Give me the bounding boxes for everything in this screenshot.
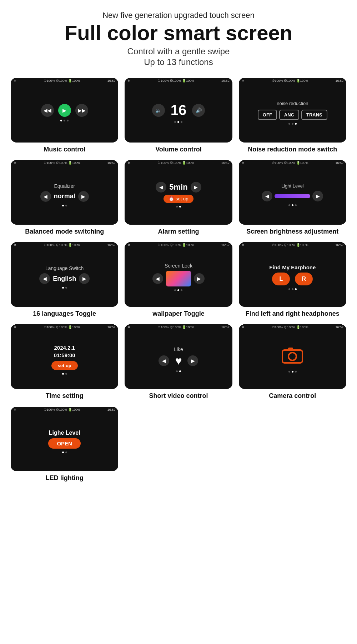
- status-info: ⏱100% ⚙100% 🔋100%: [157, 325, 194, 329]
- status-bar: ❄ ⏱100% ⚙100% 🔋100% 16:52: [11, 78, 118, 83]
- volume-row: 🔈 16 🔊: [152, 102, 205, 118]
- status-time: 16:52: [107, 161, 116, 165]
- status-info: ⏱100% ⚙100% 🔋100%: [157, 79, 194, 83]
- cell-screen-brightness: ❄ ⏱100% ⚙100% 🔋100% 16:52 Light Level ◀ …: [239, 160, 346, 236]
- status-bluetooth-icon: ❄: [14, 79, 16, 83]
- status-bar: ❄ ⏱100% ⚙100% 🔋100% 16:52: [125, 78, 232, 83]
- status-bluetooth-icon: ❄: [14, 243, 16, 247]
- dot-1: [62, 373, 64, 375]
- find-right-button[interactable]: R: [295, 273, 313, 285]
- cell-alarm-setting: ❄ ⏱100% ⚙100% 🔋100% 16:52 ◀ 5min ▶ ⏰ set…: [125, 160, 232, 236]
- cell-volume-control: ❄ ⏱100% ⚙100% 🔋100% 16:52 🔈 16 🔊: [125, 78, 232, 154]
- volume-up-button[interactable]: 🔊: [192, 104, 205, 117]
- alarm-prev-button[interactable]: ◀: [156, 182, 166, 193]
- eq-prev-button[interactable]: ◀: [40, 191, 51, 202]
- eq-next-button[interactable]: ▶: [78, 191, 89, 202]
- brightness-down-button[interactable]: ◀: [262, 191, 272, 201]
- status-info: ⏱100% ⚙100% 🔋100%: [272, 161, 308, 165]
- status-time: 16:52: [221, 243, 230, 247]
- dot-3: [295, 371, 297, 373]
- wallpaper-next-button[interactable]: ▶: [194, 273, 205, 284]
- page-dots: [288, 288, 297, 290]
- status-time: 16:52: [107, 243, 116, 247]
- find-earphone-buttons: L R: [272, 273, 313, 285]
- alarm-row: ◀ 5min ▶: [156, 182, 201, 193]
- dot-1: [62, 205, 64, 206]
- volume-down-button[interactable]: 🔈: [152, 104, 165, 117]
- cell-language-toggle: ❄ ⏱100% ⚙100% 🔋100% 16:52 Language Switc…: [11, 242, 118, 318]
- dot-1: [174, 121, 176, 123]
- page-dots: [288, 123, 297, 125]
- nr-off-button[interactable]: OFF: [258, 110, 277, 120]
- noise-reduction-buttons: OFF ANC TRANS: [258, 110, 327, 120]
- feature-grid: ❄ ⏱100% ⚙100% 🔋100% 16:52 ◀◀ ▶ ▶▶: [7, 78, 350, 400]
- status-bar: ❄ ⏱100% ⚙100% 🔋100% 16:52: [239, 160, 346, 165]
- dot-2: [292, 371, 293, 373]
- status-bar: ❄ ⏱100% ⚙100% 🔋100% 16:52: [125, 324, 232, 329]
- header-title: Full color smart screen: [7, 21, 350, 44]
- screen-alarm-setting: ❄ ⏱100% ⚙100% 🔋100% 16:52 ◀ 5min ▶ ⏰ set…: [125, 160, 232, 225]
- status-bar: ❄ ⏱100% ⚙100% 🔋100% 16:52: [239, 78, 346, 83]
- status-bluetooth-icon: ❄: [242, 325, 245, 329]
- dot-1: [176, 206, 178, 208]
- play-button[interactable]: ▶: [58, 104, 71, 117]
- status-bar: ❄ ⏱100% ⚙100% 🔋100% 16:52: [239, 324, 346, 329]
- prev-button[interactable]: ◀◀: [41, 104, 54, 117]
- screen-wallpaper-toggle: ❄ ⏱100% ⚙100% 🔋100% 16:52 Screen Lock ◀ …: [125, 242, 232, 307]
- status-bluetooth-icon: ❄: [242, 243, 245, 247]
- led-open-button[interactable]: OPEN: [48, 438, 81, 449]
- nr-trans-button[interactable]: TRANS: [301, 110, 327, 120]
- wallpaper-prev-button[interactable]: ◀: [152, 273, 163, 284]
- screen-volume-control: ❄ ⏱100% ⚙100% 🔋100% 16:52 🔈 16 🔊: [125, 78, 232, 143]
- page-dots: [176, 206, 181, 208]
- nr-anc-button[interactable]: ANC: [279, 110, 299, 120]
- screen-language-toggle: ❄ ⏱100% ⚙100% 🔋100% 16:52 Language Switc…: [11, 242, 118, 307]
- alarm-next-button[interactable]: ▶: [191, 182, 201, 193]
- wallpaper-title: Screen Lock: [165, 263, 192, 269]
- equalizer-screen-body: Equalizer ◀ normal ▶: [11, 165, 118, 225]
- status-time: 16:52: [335, 325, 343, 329]
- header-desc2: Up to 13 functions: [7, 57, 350, 67]
- alarm-duration: 5min: [169, 183, 187, 192]
- next-button[interactable]: ▶▶: [75, 104, 88, 117]
- heart-icon: ♥: [175, 354, 182, 368]
- find-left-button[interactable]: L: [272, 273, 290, 285]
- status-time: 16:52: [221, 325, 230, 329]
- video-prev-button[interactable]: ◀: [159, 355, 169, 366]
- dot-2: [179, 370, 181, 372]
- led-title: Lighe Level: [49, 430, 80, 436]
- equalizer-value: normal: [54, 193, 75, 200]
- language-row: ◀ English ▶: [39, 273, 90, 284]
- music-screen-body: ◀◀ ▶ ▶▶: [11, 83, 118, 143]
- status-bar: ❄ ⏱100% ⚙100% 🔋100% 16:52: [125, 242, 232, 247]
- status-info: ⏱100% ⚙100% 🔋100%: [44, 161, 80, 165]
- noise-screen-body: noise reduction OFF ANC TRANS: [239, 83, 346, 143]
- dot-1: [288, 371, 290, 373]
- alarm-setup-button[interactable]: ⏰ set up: [164, 195, 193, 203]
- lang-next-button[interactable]: ▶: [79, 273, 90, 284]
- brightness-up-button[interactable]: ▶: [312, 191, 323, 201]
- status-bluetooth-icon: ❄: [127, 243, 130, 247]
- status-info: ⏱100% ⚙100% 🔋100%: [44, 243, 80, 247]
- cell-wallpaper-toggle: ❄ ⏱100% ⚙100% 🔋100% 16:52 Screen Lock ◀ …: [125, 242, 232, 318]
- led-screen-body: Lighe Level OPEN: [11, 412, 118, 471]
- dot-3: [295, 123, 297, 125]
- status-bluetooth-icon: ❄: [14, 325, 16, 329]
- noise-reduction-title: noise reduction: [277, 101, 308, 106]
- time-screen-body: 2024.2.1 01:59:00 set up: [11, 329, 118, 389]
- dot-1: [288, 204, 290, 206]
- like-title: Like: [174, 346, 183, 352]
- status-time: 16:52: [221, 79, 230, 83]
- cell-time-setting: ❄ ⏱100% ⚙100% 🔋100% 16:52 2024.2.1 01:59…: [11, 324, 118, 400]
- screen-led-lighting: ❄ ⏱100% ⚙100% 🔋100% 16:52 Lighe Level OP…: [11, 407, 118, 471]
- time-setting-label: Time setting: [46, 392, 84, 400]
- cell-noise-reduction: ❄ ⏱100% ⚙100% 🔋100% 16:52 noise reductio…: [239, 78, 346, 154]
- page-dots: [174, 289, 182, 291]
- video-next-button[interactable]: ▶: [187, 355, 198, 366]
- status-bar: ❄ ⏱100% ⚙100% 🔋100% 16:52: [11, 160, 118, 165]
- language-screen-body: Language Switch ◀ English ▶: [11, 247, 118, 307]
- time-setup-button[interactable]: set up: [51, 361, 78, 370]
- dot-1: [174, 289, 176, 291]
- lang-prev-button[interactable]: ◀: [39, 273, 50, 284]
- language-title: Language Switch: [45, 265, 84, 271]
